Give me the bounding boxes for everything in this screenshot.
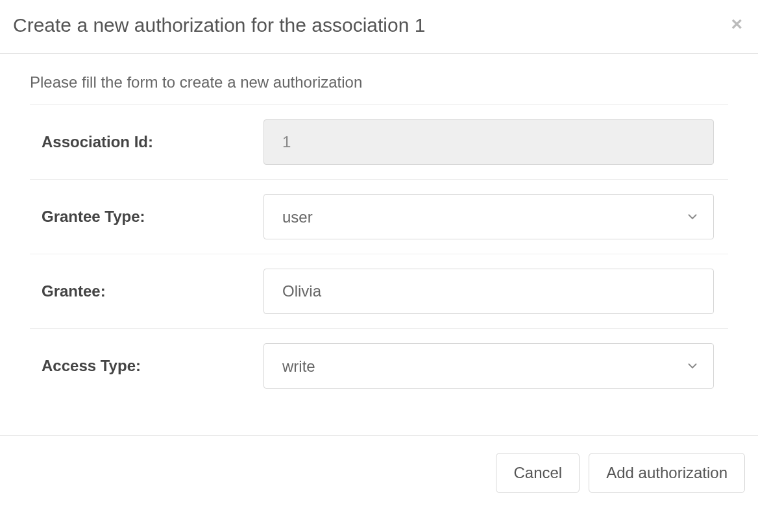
modal-title: Create a new authorization for the assoc…	[13, 14, 425, 36]
grantee-input[interactable]	[263, 269, 714, 314]
form-row-access-type: Access Type: write	[30, 329, 728, 403]
modal-header: Create a new authorization for the assoc…	[0, 0, 758, 54]
field-access-type: write	[263, 343, 728, 389]
form-row-association-id: Association Id:	[30, 105, 728, 180]
access-type-select-wrap: write	[263, 343, 714, 389]
label-association-id: Association Id:	[30, 133, 263, 151]
field-grantee	[263, 269, 728, 314]
modal-body: Please fill the form to create a new aut…	[0, 54, 758, 435]
grantee-type-select[interactable]: user	[263, 194, 714, 239]
grantee-type-select-wrap: user	[263, 194, 714, 239]
modal-footer: Cancel Add authorization	[0, 435, 758, 510]
cancel-button[interactable]: Cancel	[496, 453, 580, 493]
access-type-select[interactable]: write	[263, 343, 714, 389]
close-button[interactable]: ×	[728, 14, 745, 34]
authorization-modal: Create a new authorization for the assoc…	[0, 0, 758, 510]
label-access-type: Access Type:	[30, 357, 263, 375]
label-grantee: Grantee:	[30, 282, 263, 300]
field-association-id	[263, 119, 728, 165]
form-row-grantee: Grantee:	[30, 254, 728, 329]
label-grantee-type: Grantee Type:	[30, 208, 263, 226]
close-icon: ×	[731, 13, 742, 34]
add-authorization-button[interactable]: Add authorization	[589, 453, 745, 493]
field-grantee-type: user	[263, 194, 728, 239]
form-instructions: Please fill the form to create a new aut…	[30, 73, 728, 105]
association-id-input	[263, 119, 714, 165]
form-row-grantee-type: Grantee Type: user	[30, 180, 728, 254]
